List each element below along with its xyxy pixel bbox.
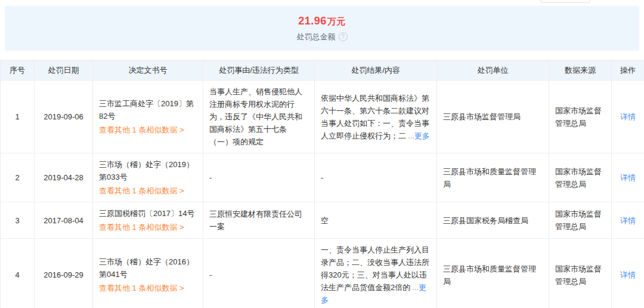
similar-data-link[interactable]: 查看其他 1 条相似数据 > bbox=[99, 221, 184, 233]
cell-source: 国家市场监督管理总局 bbox=[549, 81, 612, 153]
penalty-total-label-row: 处罚总金额 ? bbox=[5, 32, 639, 42]
cell-authority: 三原县市场和质量监督管理局 bbox=[437, 239, 549, 308]
penalty-total-amount: 21.96万元 bbox=[5, 15, 639, 27]
cell-result: - bbox=[315, 153, 437, 202]
cell-reason: - bbox=[203, 153, 315, 202]
doc-no-text: 三市场（稽）处字（2019）第033号 bbox=[99, 158, 197, 183]
table-row: 4 2016-09-29 三市场（稽）处字（2016）第041号 查看其他 1 … bbox=[1, 239, 644, 308]
table-row: 1 2019-09-06 三市监工商处字〔2019〕第82号 查看其他 1 条相… bbox=[1, 81, 644, 153]
doc-no-text: 三市监工商处字〔2019〕第82号 bbox=[99, 97, 197, 122]
cell-result: 空 bbox=[315, 202, 437, 239]
cell-action: 详情 bbox=[612, 202, 644, 239]
question-circle-icon[interactable]: ? bbox=[339, 32, 348, 41]
detail-link[interactable]: 详情 bbox=[620, 270, 636, 279]
cell-doc-no: 三原国税稽罚〔2017〕14号 查看其他 1 条相似数据 > bbox=[93, 202, 203, 239]
column-header-date: 处罚日期 bbox=[35, 60, 93, 81]
cell-authority: 三原县国家税务局稽查局 bbox=[437, 202, 549, 239]
result-text: - bbox=[321, 173, 323, 182]
cell-reason: 三原恒安建材有限责任公司一案 bbox=[203, 202, 315, 239]
doc-no-text: 三原国税稽罚〔2017〕14号 bbox=[99, 207, 197, 220]
cell-authority: 三原县市场和质量监督管理局 bbox=[437, 153, 549, 202]
table-row: 2 2019-04-28 三市场（稽）处字（2019）第033号 查看其他 1 … bbox=[1, 153, 644, 202]
column-header-reason: 处罚事由/违法行为类型 bbox=[203, 60, 315, 81]
cell-action: 详情 bbox=[612, 81, 644, 153]
cell-result: 一、责令当事人停止生产列入目录产品；二、没收当事人违法所得320元；三、对当事人… bbox=[315, 239, 437, 308]
top-right-button-partial[interactable] bbox=[540, 0, 590, 3]
cell-result: 依据中华人民共和国商标法》第六十一条、第六十条二款建议对当事人处罚如下：一、责令… bbox=[315, 81, 437, 153]
cell-index: 2 bbox=[1, 153, 35, 202]
column-header-doc-no: 决定文书号 bbox=[93, 60, 203, 81]
penalty-total-label: 处罚总金额 bbox=[297, 32, 336, 42]
cell-source: 国家市场监督管理总局 bbox=[549, 202, 612, 239]
result-ellipsis: ... bbox=[412, 283, 419, 292]
detail-link[interactable]: 详情 bbox=[620, 112, 636, 121]
cell-date: 2019-09-06 bbox=[35, 81, 93, 153]
cell-source: 国家市场监督管理总局 bbox=[549, 153, 612, 202]
doc-no-text: 三市场（稽）处字（2016）第041号 bbox=[99, 255, 197, 281]
penalty-summary-card: 21.96万元 处罚总金额 ? bbox=[5, 6, 639, 51]
cell-index: 1 bbox=[1, 81, 35, 153]
cell-action: 详情 bbox=[612, 239, 644, 308]
result-text: 空 bbox=[321, 216, 329, 225]
penalty-table: 序号 处罚日期 决定文书号 处罚事由/违法行为类型 处罚结果/内容 处罚单位 数… bbox=[0, 60, 644, 308]
penalty-total-amount-value: 21.96 bbox=[298, 15, 327, 27]
detail-link[interactable]: 详情 bbox=[620, 216, 636, 225]
similar-data-link[interactable]: 查看其他 1 条相似数据 > bbox=[99, 124, 184, 136]
column-header-index: 序号 bbox=[1, 60, 35, 81]
penalty-page: 21.96万元 处罚总金额 ? 序号 处罚日期 决定文书号 处罚事由/违法行为类… bbox=[0, 0, 644, 308]
detail-link[interactable]: 详情 bbox=[620, 173, 636, 182]
cell-reason: - bbox=[203, 239, 315, 308]
cell-authority: 三原县市场监督管理局 bbox=[437, 81, 549, 153]
cell-date: 2016-09-29 bbox=[35, 239, 93, 308]
cell-source: 国家市场监督管理总局 bbox=[549, 239, 612, 308]
similar-data-link[interactable]: 查看其他 1 条相似数据 > bbox=[99, 184, 184, 197]
cell-reason: 当事人生产、销售侵犯他人注册商标专用权水泥的行为，违反了《中华人民共和国商标法》… bbox=[203, 81, 315, 153]
table-row: 3 2017-08-04 三原国税稽罚〔2017〕14号 查看其他 1 条相似数… bbox=[1, 202, 644, 239]
cell-date: 2017-08-04 bbox=[35, 202, 93, 239]
penalty-total-amount-unit: 万元 bbox=[327, 16, 346, 26]
column-header-authority: 处罚单位 bbox=[437, 60, 549, 81]
cell-date: 2019-04-28 bbox=[35, 153, 93, 202]
column-header-result: 处罚结果/内容 bbox=[315, 60, 437, 81]
cell-action: 详情 bbox=[612, 153, 644, 202]
cell-doc-no: 三市监工商处字〔2019〕第82号 查看其他 1 条相似数据 > bbox=[93, 81, 203, 153]
more-link[interactable]: 更多 bbox=[414, 131, 430, 140]
column-header-source: 数据来源 bbox=[549, 60, 612, 81]
table-header-row: 序号 处罚日期 决定文书号 处罚事由/违法行为类型 处罚结果/内容 处罚单位 数… bbox=[1, 60, 644, 81]
similar-data-link[interactable]: 查看其他 1 条相似数据 > bbox=[99, 282, 184, 294]
column-header-action: 操作 bbox=[612, 60, 644, 81]
cell-doc-no: 三市场（稽）处字（2019）第033号 查看其他 1 条相似数据 > bbox=[93, 153, 203, 202]
cell-doc-no: 三市场（稽）处字（2016）第041号 查看其他 1 条相似数据 > bbox=[93, 239, 203, 308]
cell-index: 3 bbox=[1, 202, 35, 239]
result-ellipsis: ... bbox=[408, 131, 414, 140]
cell-index: 4 bbox=[1, 239, 35, 308]
